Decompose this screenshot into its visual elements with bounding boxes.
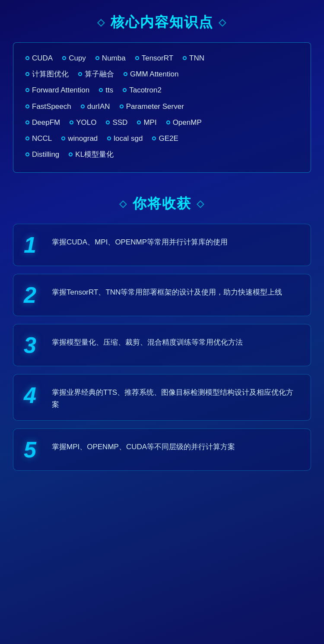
kw-deepfm: DeepFM: [25, 117, 60, 128]
keywords-row-3: Forward Attention tts Tacotron2: [25, 84, 299, 96]
keywords-row-6: NCCL winograd local sgd GE2E: [25, 133, 299, 144]
section1-title: ◇ 核心内容知识点 ◇: [13, 13, 311, 32]
kw-gmm: GMM Attention: [124, 68, 178, 80]
benefit-number-3: 3: [24, 334, 43, 356]
keywords-box: CUDA Cupy Numba TensorRT TNN 计算图优化 算子融合 …: [13, 42, 311, 173]
section2-title: ◇ 你将收获 ◇: [13, 194, 311, 213]
deco-left-1: ◇: [97, 17, 105, 28]
kw-dot: [78, 72, 82, 76]
keywords-row-5: DeepFM YOLO SSD MPI OpenMP: [25, 117, 299, 128]
kw-calctree: 计算图优化: [25, 68, 69, 80]
kw-yolo: YOLO: [70, 117, 96, 128]
kw-dot: [135, 56, 139, 60]
kw-dot: [99, 88, 103, 92]
kw-winograd: winograd: [61, 133, 98, 144]
kw-nccl: NCCL: [25, 133, 52, 144]
kw-paramserver: Parameter Server: [120, 101, 184, 112]
kw-dot: [25, 105, 29, 108]
benefit-number-4: 4: [24, 384, 43, 406]
benefit-card-2: 2 掌握TensorRT、TNN等常用部署框架的设计及使用，助力快速模型上线: [13, 274, 311, 316]
benefit-text-4: 掌握业界经典的TTS、推荐系统、图像目标检测模型结构设计及相应优化方案: [52, 384, 300, 411]
benefit-text-5: 掌握MPI、OPENMP、CUDA等不同层级的并行计算方案: [52, 438, 235, 453]
kw-mpi: MPI: [137, 117, 156, 128]
kw-dot: [25, 88, 29, 92]
kw-tnn: TNN: [183, 52, 204, 64]
benefit-card-3: 3 掌握模型量化、压缩、裁剪、混合精度训练等常用优化方法: [13, 324, 311, 366]
benefit-number-5: 5: [24, 438, 43, 461]
kw-kl: KL模型量化: [69, 149, 114, 160]
benefit-number-1: 1: [24, 234, 43, 256]
benefit-text-3: 掌握模型量化、压缩、裁剪、混合精度训练等常用优化方法: [52, 334, 243, 349]
kw-dot: [124, 72, 127, 76]
kw-dot: [166, 121, 170, 124]
deco-right-1: ◇: [219, 17, 227, 28]
kw-dot: [69, 152, 73, 156]
benefit-text-2: 掌握TensorRT、TNN等常用部署框架的设计及使用，助力快速模型上线: [52, 284, 282, 298]
benefits-section: 1 掌握CUDA、MPI、OPENMP等常用并行计算库的使用 2 掌握Tenso…: [13, 224, 311, 471]
keywords-row-1: CUDA Cupy Numba TensorRT TNN: [25, 52, 299, 64]
keywords-row-7: Distilling KL模型量化: [25, 149, 299, 160]
kw-dot: [120, 105, 124, 108]
kw-cupy: Cupy: [62, 52, 86, 64]
kw-tts: tts: [99, 84, 113, 96]
kw-fwdattn: Forward Attention: [25, 84, 89, 96]
kw-distilling: Distilling: [25, 149, 59, 160]
kw-dot: [123, 88, 127, 92]
kw-dot: [25, 152, 29, 156]
kw-dot: [107, 136, 111, 140]
kw-dot: [137, 121, 141, 124]
benefit-card-4: 4 掌握业界经典的TTS、推荐系统、图像目标检测模型结构设计及相应优化方案: [13, 374, 311, 421]
deco-right-2: ◇: [197, 198, 205, 209]
kw-dot: [183, 56, 187, 60]
kw-durian: durIAN: [81, 101, 110, 112]
keywords-row-2: 计算图优化 算子融合 GMM Attention: [25, 68, 299, 80]
kw-dot: [25, 136, 29, 140]
benefit-text-1: 掌握CUDA、MPI、OPENMP等常用并行计算库的使用: [52, 234, 228, 248]
kw-dot: [81, 105, 85, 108]
kw-ssd: SSD: [106, 117, 127, 128]
section2-title-text: 你将收获: [133, 194, 191, 213]
kw-dot: [62, 56, 66, 60]
kw-dot: [95, 56, 99, 60]
kw-cuda: CUDA: [25, 52, 53, 64]
kw-dot: [152, 136, 156, 140]
kw-dot: [106, 121, 110, 124]
kw-openmp: OpenMP: [166, 117, 202, 128]
kw-fuse: 算子融合: [78, 68, 114, 80]
kw-dot: [25, 121, 29, 124]
keywords-row-4: FastSpeech durIAN Parameter Server: [25, 101, 299, 112]
kw-dot: [61, 136, 65, 140]
kw-dot: [70, 121, 73, 124]
benefit-number-2: 2: [24, 284, 43, 306]
kw-ge2e: GE2E: [152, 133, 178, 144]
kw-fastspeech: FastSpeech: [25, 101, 71, 112]
kw-tensorrt: TensorRT: [135, 52, 173, 64]
deco-left-2: ◇: [119, 198, 127, 209]
section1-title-text: 核心内容知识点: [111, 13, 213, 32]
kw-dot: [25, 72, 29, 76]
kw-dot: [25, 56, 29, 60]
kw-tacotron2: Tacotron2: [123, 84, 162, 96]
kw-numba: Numba: [95, 52, 126, 64]
benefit-card-5: 5 掌握MPI、OPENMP、CUDA等不同层级的并行计算方案: [13, 428, 311, 471]
kw-localsgd: local sgd: [107, 133, 143, 144]
benefit-card-1: 1 掌握CUDA、MPI、OPENMP等常用并行计算库的使用: [13, 224, 311, 266]
